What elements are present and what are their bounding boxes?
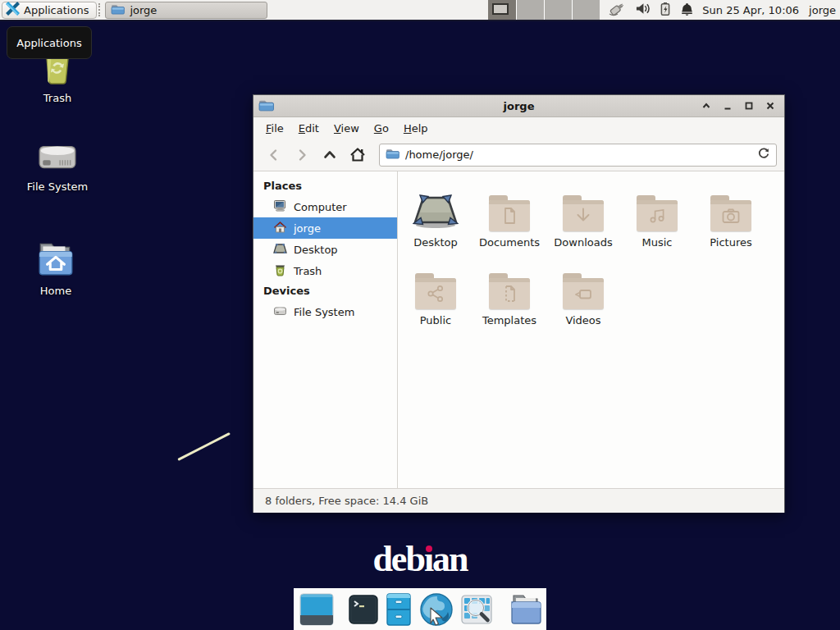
notifications-icon[interactable]	[680, 2, 694, 19]
show-desktop-icon[interactable]	[299, 593, 334, 626]
menu-go[interactable]: Go	[367, 119, 396, 138]
file-grid: Desktop Documents	[398, 171, 784, 338]
applications-menu-button[interactable]: Applications	[2, 2, 97, 19]
music-folder-icon	[635, 195, 679, 233]
sidebar-item-desktop[interactable]: Desktop	[253, 239, 397, 260]
file-item-label: Public	[420, 314, 451, 326]
network-icon[interactable]	[608, 2, 626, 19]
desktop-icon-label: Trash	[43, 92, 71, 104]
panel-grip-handle[interactable]	[98, 3, 103, 16]
up-button[interactable]	[317, 143, 343, 167]
applications-menu-label: Applications	[24, 4, 89, 16]
minimize-button[interactable]	[720, 99, 734, 113]
file-item-label: Desktop	[413, 236, 458, 249]
path-folder-icon	[386, 148, 399, 162]
forward-button[interactable]	[289, 143, 315, 167]
xfce-applications-icon	[6, 2, 20, 18]
file-manager-icon[interactable]	[386, 593, 412, 626]
applications-tooltip: Applications	[7, 26, 92, 59]
path-bar[interactable]	[379, 144, 777, 167]
sidebar-item-computer[interactable]: Computer	[253, 196, 397, 217]
app-finder-icon[interactable]	[461, 594, 492, 625]
file-item-documents[interactable]: Documents	[472, 182, 546, 260]
stray-line-artifact	[177, 432, 231, 461]
menu-view[interactable]: View	[326, 119, 367, 138]
sidebar-places-header: Places	[253, 176, 397, 196]
path-input[interactable]	[405, 148, 751, 161]
file-item-downloads[interactable]: Downloads	[546, 182, 620, 260]
close-button[interactable]	[763, 99, 777, 113]
trash-icon	[273, 263, 287, 279]
downloads-folder-icon	[561, 195, 605, 233]
menu-edit[interactable]: Edit	[291, 119, 326, 138]
computer-icon	[273, 199, 287, 215]
workspace-2[interactable]	[517, 0, 545, 20]
home-icon	[273, 221, 287, 236]
window-titlebar[interactable]: jorge	[253, 95, 784, 117]
hard-drive-icon	[16, 139, 98, 176]
workspace-4[interactable]	[573, 0, 600, 20]
sidebar-item-label: Trash	[294, 265, 322, 277]
file-item-templates[interactable]: Templates	[472, 260, 546, 338]
pictures-folder-icon	[709, 195, 753, 233]
file-item-label: Music	[642, 236, 673, 249]
taskbar-window-button[interactable]: jorge	[105, 2, 267, 19]
file-list-area: Desktop Documents	[398, 171, 784, 488]
file-item-label: Pictures	[710, 236, 751, 249]
videos-folder-icon	[561, 273, 605, 311]
home-folder-icon	[15, 240, 97, 281]
sidebar-item-trash[interactable]: Trash	[253, 260, 397, 281]
desktop: Applications jorge	[0, 0, 840, 630]
maximize-button[interactable]	[742, 99, 756, 113]
status-text: 8 folders, Free space: 14.4 GiB	[265, 495, 428, 507]
directory-menu-icon[interactable]	[507, 593, 543, 626]
documents-folder-icon	[487, 195, 532, 233]
menu-help[interactable]: Help	[396, 119, 436, 138]
menu-file[interactable]: File	[258, 119, 291, 138]
applications-tooltip-text: Applications	[16, 37, 81, 49]
sidebar-item-file-system[interactable]: File System	[253, 301, 397, 322]
dock	[294, 588, 546, 630]
window-body: Places Computer	[253, 171, 784, 488]
home-button[interactable]	[345, 143, 371, 167]
battery-icon[interactable]	[660, 2, 671, 19]
top-panel: Applications jorge	[0, 0, 840, 21]
desktop-icon-home[interactable]: Home	[15, 240, 97, 297]
file-item-label: Videos	[565, 314, 600, 326]
taskbar-window-label: jorge	[130, 4, 157, 16]
desktop-icon-file-system[interactable]: File System	[16, 139, 98, 193]
desktop-icon	[273, 242, 287, 258]
workspace-1[interactable]	[488, 0, 516, 20]
toolbar	[253, 139, 784, 171]
sidebar-item-label: Computer	[294, 201, 347, 213]
sidebar-item-label: File System	[294, 306, 354, 318]
workspace-window-preview	[492, 3, 509, 15]
window-controls	[699, 99, 777, 113]
sidebar-devices-header: Devices	[253, 281, 397, 301]
file-manager-window: jorge File Edit View Go Help	[253, 94, 785, 513]
workspace-3[interactable]	[545, 0, 573, 20]
sidebar-item-label: Desktop	[294, 244, 338, 256]
file-item-desktop[interactable]: Desktop	[399, 182, 472, 260]
menu-bar: File Edit View Go Help	[253, 117, 784, 139]
web-browser-icon[interactable]	[419, 592, 454, 627]
debian-logo: debıan	[338, 541, 502, 578]
file-item-public[interactable]: Public	[399, 260, 472, 338]
file-item-label: Documents	[479, 236, 540, 249]
sidebar-item-label: jorge	[294, 222, 321, 235]
hard-drive-icon	[273, 304, 287, 320]
folder-icon	[111, 3, 125, 17]
sidebar-item-jorge[interactable]: jorge	[253, 217, 397, 239]
shade-button[interactable]	[699, 99, 713, 113]
terminal-icon[interactable]	[349, 595, 378, 624]
file-item-pictures[interactable]: Pictures	[694, 182, 768, 260]
volume-icon[interactable]	[635, 2, 651, 18]
panel-clock[interactable]: Sun 25 Apr, 10:06	[702, 4, 799, 16]
debian-logo-text: debıan	[372, 539, 467, 579]
file-item-videos[interactable]: Videos	[546, 260, 620, 338]
sidebar: Places Computer	[253, 171, 398, 488]
back-button[interactable]	[261, 143, 287, 167]
reload-icon[interactable]	[757, 147, 770, 162]
file-item-music[interactable]: Music	[620, 182, 694, 260]
desktop-special-icon	[413, 191, 459, 233]
